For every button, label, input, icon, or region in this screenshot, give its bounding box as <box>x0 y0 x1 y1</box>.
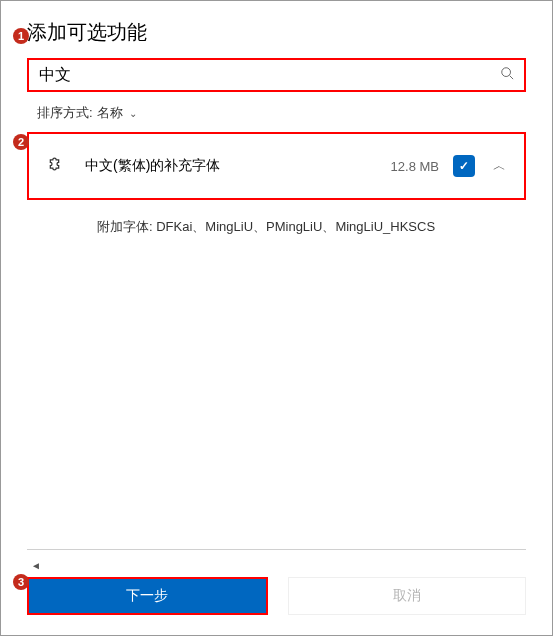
feature-item[interactable]: 中文(繁体)的补充字体 12.8 MB ✓ ︿ <box>27 132 526 200</box>
search-icon <box>500 66 514 83</box>
feature-name: 中文(繁体)的补充字体 <box>85 157 391 175</box>
feature-detail: 附加字体: DFKai、MingLiU、PMingLiU、MingLiU_HKS… <box>27 200 526 254</box>
button-row: 下一步 取消 <box>1 577 552 635</box>
add-optional-features-dialog: 添加可选功能 排序方式: 名称 ⌄ 中文(繁体)的补充字体 12.8 MB ✓ <box>1 1 552 635</box>
annotation-badge-3: 3 <box>13 574 29 590</box>
puzzle-icon <box>47 154 67 178</box>
dialog-title: 添加可选功能 <box>27 19 526 46</box>
separator <box>27 549 526 550</box>
sort-dropdown[interactable]: 名称 ⌄ <box>97 104 137 122</box>
chevron-up-icon[interactable]: ︿ <box>493 157 506 175</box>
search-input[interactable] <box>27 58 526 92</box>
svg-line-1 <box>510 76 514 80</box>
annotation-badge-2: 2 <box>13 134 29 150</box>
annotation-badge-1: 1 <box>13 28 29 44</box>
search-wrapper <box>1 58 552 100</box>
next-button[interactable]: 下一步 <box>27 577 268 615</box>
cancel-button[interactable]: 取消 <box>288 577 527 615</box>
sort-label: 排序方式: <box>37 104 93 122</box>
feature-checkbox[interactable]: ✓ <box>453 155 475 177</box>
sort-row: 排序方式: 名称 ⌄ <box>1 100 552 132</box>
dialog-header: 添加可选功能 <box>1 11 552 58</box>
chevron-down-icon: ⌄ <box>129 108 137 119</box>
svg-point-0 <box>502 68 511 77</box>
feature-size: 12.8 MB <box>391 159 439 174</box>
feature-list: 中文(繁体)的补充字体 12.8 MB ✓ ︿ 附加字体: DFKai、Ming… <box>1 132 552 549</box>
scroll-left-icon[interactable]: ◄ <box>31 560 552 571</box>
sort-value-text: 名称 <box>97 104 123 122</box>
